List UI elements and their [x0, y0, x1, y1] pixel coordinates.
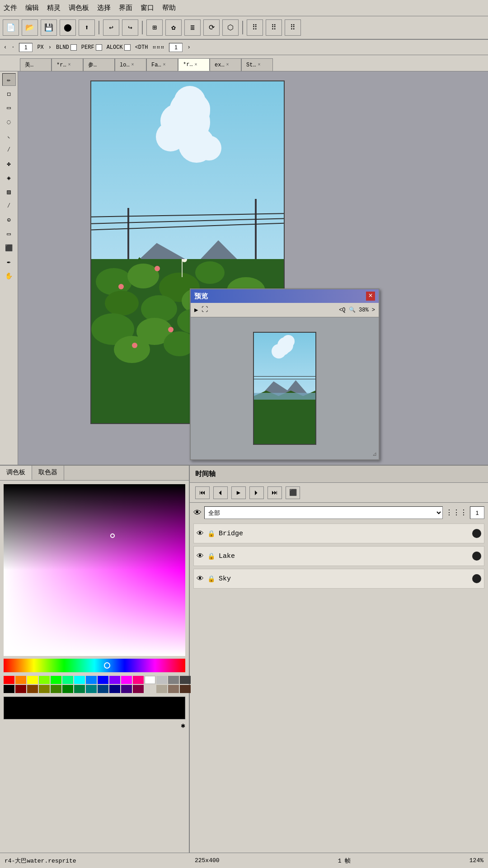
swatch-yellow-green[interactable]	[51, 685, 61, 693]
layer-row-lake[interactable]: 👁 🔒 Lake	[193, 546, 484, 566]
swatch-silver[interactable]	[156, 676, 167, 684]
swatch-blue[interactable]	[98, 676, 108, 684]
undo-button[interactable]: ↩	[103, 19, 119, 36]
tab-6[interactable]: ex… ×	[210, 58, 241, 71]
tl-prev-frame-button[interactable]: ⏴	[213, 486, 228, 499]
circle-tool[interactable]: ⊙	[2, 213, 16, 226]
swatch-cyan[interactable]	[74, 676, 85, 684]
swatch-red[interactable]	[4, 676, 14, 684]
swatch-navy-blue[interactable]	[98, 685, 108, 693]
shade-tool[interactable]: ▨	[2, 185, 16, 198]
move-tool[interactable]: ✤	[2, 157, 16, 170]
canvas-area[interactable]: ✛	[18, 71, 488, 465]
tab-1[interactable]: *r… ×	[52, 58, 83, 71]
current-color-bar[interactable]	[4, 697, 185, 719]
fill-button[interactable]: ⬤	[60, 19, 76, 36]
swatch-green[interactable]	[51, 676, 61, 684]
swatch-dark-green[interactable]	[62, 685, 73, 693]
layer-sky-lock-icon[interactable]: 🔒	[207, 575, 215, 583]
swatch-azure[interactable]	[86, 676, 97, 684]
swatch-tan[interactable]	[168, 685, 179, 693]
hex-button[interactable]: ⬡	[222, 19, 239, 36]
symmetry-button[interactable]: ≣	[184, 19, 201, 36]
grid-button[interactable]: ⊞	[146, 19, 163, 36]
swatch-olive[interactable]	[39, 685, 50, 693]
tl-play-button[interactable]: ▶	[231, 486, 246, 499]
swatch-magenta[interactable]	[121, 676, 132, 684]
tab-5-close[interactable]: ×	[195, 62, 197, 67]
open-file-button[interactable]: 📂	[22, 19, 38, 36]
dots-btn3[interactable]: ⠿	[285, 19, 301, 36]
eyedrop-tool[interactable]: ✒	[2, 255, 16, 268]
menu-palette[interactable]: 调色板	[69, 4, 89, 12]
swatch-purple-rose[interactable]	[133, 685, 144, 693]
options-arrow-right[interactable]: ›	[48, 44, 52, 51]
dots-btn2[interactable]: ⠿	[266, 19, 282, 36]
layer-sky-eye-icon[interactable]: 👁	[197, 575, 204, 583]
tab-3-close[interactable]: ×	[131, 62, 134, 67]
tab-0[interactable]: 美…	[20, 58, 52, 71]
tl-last-frame-button[interactable]: ⏭	[267, 486, 282, 499]
color-menu-button[interactable]: ✱	[181, 721, 185, 730]
menu-select[interactable]: 选择	[97, 4, 111, 12]
save-file-button[interactable]: 💾	[41, 19, 57, 36]
tab-6-close[interactable]: ×	[226, 62, 229, 67]
preview-close-button[interactable]: ×	[366, 292, 375, 301]
menu-edit[interactable]: 编辑	[25, 4, 39, 12]
slice-tool[interactable]: ∕	[2, 199, 16, 212]
layer-lake-lock-icon[interactable]: 🔒	[207, 552, 215, 560]
tab-7-close[interactable]: ×	[258, 62, 261, 67]
swatch-violet[interactable]	[109, 676, 120, 684]
preview-fullscreen-button[interactable]: ⛶	[202, 306, 208, 314]
line-tool[interactable]: ∕	[2, 143, 16, 156]
layer-lake-eye-icon[interactable]: 👁	[197, 552, 204, 561]
menu-sprite[interactable]: 精灵	[47, 4, 61, 12]
tab-3[interactable]: lo… ×	[115, 58, 146, 71]
layer-bridge-color-dot[interactable]	[472, 529, 481, 538]
swatch-gray[interactable]	[168, 676, 179, 684]
swatch-orange[interactable]	[15, 676, 26, 684]
transform-button[interactable]: ✿	[165, 19, 182, 36]
layer-filter-select[interactable]: 全部	[204, 506, 443, 519]
blnd-checkbox[interactable]	[70, 44, 77, 51]
menu-window[interactable]: 窗口	[141, 4, 154, 12]
pan-tool[interactable]: ✋	[2, 269, 16, 282]
swatch-white[interactable]	[145, 676, 155, 684]
fill-tool[interactable]: ◈	[2, 171, 16, 184]
layer-count-input[interactable]	[470, 506, 484, 519]
tl-next-frame-button[interactable]: ⏵	[249, 486, 264, 499]
layer-lake-color-dot[interactable]	[472, 552, 481, 561]
swatch-warm-gray[interactable]	[156, 685, 167, 693]
menu-file[interactable]: 文件	[4, 4, 17, 12]
curve-tool[interactable]: ◟	[2, 129, 16, 142]
pencil-tool[interactable]: ✏	[2, 73, 16, 86]
swatch-sea-green[interactable]	[74, 685, 85, 693]
preview-play-button[interactable]: ▶	[194, 306, 198, 314]
new-file-button[interactable]: 📄	[3, 19, 19, 36]
layer-bridge-lock-icon[interactable]: 🔒	[207, 530, 215, 538]
eraser-tool[interactable]: ◻	[2, 87, 16, 100]
swatch-chartreuse[interactable]	[39, 676, 50, 684]
rect-tool[interactable]: ▭	[2, 227, 16, 240]
stamp-tool[interactable]: ⬛	[2, 241, 16, 254]
preview-window[interactable]: 预览 × ▶ ⛶ <Q 🔍 38% >	[190, 288, 380, 460]
tab-4-close[interactable]: ×	[163, 62, 166, 67]
swatch-maroon[interactable]	[15, 685, 26, 693]
swatch-navy[interactable]	[109, 685, 120, 693]
tab-2[interactable]: 参…	[83, 58, 115, 71]
tab-picker[interactable]: 取色器	[32, 466, 64, 480]
swatch-yellow[interactable]	[27, 676, 38, 684]
layer-row-bridge[interactable]: 👁 🔒 Bridge	[193, 524, 484, 543]
swatch-dark-gray[interactable]	[180, 676, 191, 684]
menu-interface[interactable]: 界面	[119, 4, 132, 12]
swatch-rose[interactable]	[133, 676, 144, 684]
swatch-indigo[interactable]	[121, 685, 132, 693]
swatch-ui-gray[interactable]	[145, 685, 155, 693]
brush-size-input[interactable]	[19, 43, 33, 52]
swatch-black[interactable]	[4, 685, 14, 693]
tab-swatches[interactable]: 调色板	[0, 466, 32, 480]
options-arrow-left[interactable]: ‹	[4, 44, 7, 51]
lasso-tool[interactable]: ◌	[2, 115, 16, 128]
layer-grid-icon[interactable]: ⋮⋮⋮	[446, 508, 467, 517]
swatch-teal[interactable]	[86, 685, 97, 693]
